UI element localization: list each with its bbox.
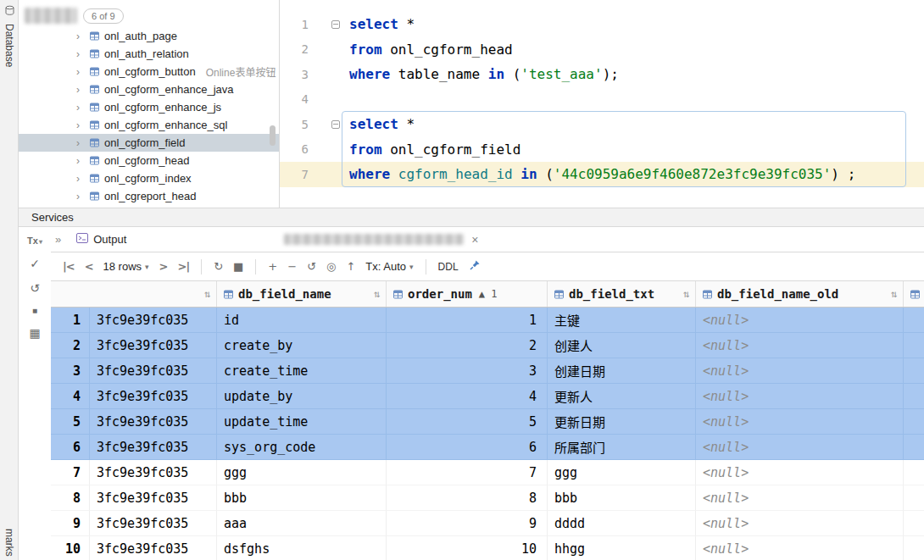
cell-row-number[interactable]: 8	[51, 485, 90, 511]
table-row[interactable]: 23fc9e39fc035create_by2创建人<null>	[51, 333, 924, 358]
table-row[interactable]: 13fc9e39fc035id1主键<null>	[51, 308, 924, 333]
rollback-icon[interactable]: ↺	[30, 281, 40, 295]
commit-icon[interactable]: ✓	[30, 257, 40, 270]
table-row[interactable]: 33fc9e39fc035create_time3创建日期<null>	[51, 358, 924, 384]
code-line[interactable]: from onl_cgform_head	[320, 42, 513, 58]
cell-head-id[interactable]: 3fc9e39fc035	[90, 333, 217, 358]
table-row[interactable]: 83fc9e39fc035bbb8bbb<null>	[51, 485, 924, 511]
chevron-right-icon[interactable]: ›	[76, 137, 85, 149]
table-row[interactable]: 73fc9e39fc035ggg7ggg<null>	[51, 460, 924, 485]
cell-db_field_txt[interactable]: 所属部门	[548, 435, 696, 460]
code-line[interactable]: select *	[320, 116, 415, 132]
cell-db_field_name[interactable]: sys_org_code	[217, 435, 387, 460]
fold-marker-icon[interactable]	[331, 20, 340, 29]
cell-row-number[interactable]: 5	[51, 409, 90, 435]
stop-icon[interactable]: ■	[32, 306, 37, 315]
cell-db_field_name_old[interactable]: <null>	[696, 511, 904, 536]
column-header-order_num[interactable]: order_num▲ 1	[387, 281, 548, 307]
ddl-button[interactable]: DDL	[438, 261, 459, 273]
cell-db_field_name[interactable]: create_by	[217, 333, 387, 358]
tree-item-onl_cgform_head[interactable]: ›onl_cgform_head	[19, 152, 279, 169]
cell-head-id[interactable]: 3fc9e39fc035	[90, 308, 217, 333]
tree-item-onl_cgform_button[interactable]: ›onl_cgform_buttonOnline表单按钮	[19, 63, 279, 80]
cell-order_num[interactable]: 7	[387, 460, 548, 485]
tree-item-onl_cgform_enhance_js[interactable]: ›onl_cgform_enhance_js	[19, 98, 279, 116]
first-page-icon[interactable]: |<	[63, 260, 75, 273]
tree-item-onl_auth_page[interactable]: ›onl_auth_page	[19, 27, 279, 45]
cell-order_num[interactable]: 5	[387, 409, 548, 435]
cell-db_field_name_old[interactable]: <null>	[696, 333, 904, 358]
cell-db_field_name[interactable]: bbb	[217, 485, 387, 511]
sort-icon[interactable]: ⇅	[204, 288, 210, 300]
reload-page-icon[interactable]: ↻	[214, 260, 223, 273]
tab-output[interactable]: Output	[68, 227, 135, 252]
cell-row-number[interactable]: 7	[51, 460, 90, 485]
fold-marker-icon[interactable]	[331, 120, 340, 129]
column-header[interactable]: ⇅	[51, 281, 217, 307]
cell-head-id[interactable]: 3fc9e39fc035	[90, 460, 217, 485]
chevron-right-icon[interactable]: ›	[76, 102, 85, 114]
cell-order_num[interactable]: 10	[387, 536, 548, 560]
cell-order_num[interactable]: 4	[387, 384, 548, 409]
cell-order_num[interactable]: 6	[387, 435, 548, 460]
tab-result-redacted[interactable]: ×	[276, 227, 487, 252]
chevron-right-icon[interactable]: ›	[76, 191, 85, 202]
cell-db_field_txt[interactable]: 更新人	[548, 384, 696, 409]
cell-db_field_txt[interactable]: dddd	[548, 511, 696, 536]
bookmarks-toolwindow-button[interactable]: marks	[3, 529, 15, 557]
table-row[interactable]: 63fc9e39fc035sys_org_code6所属部门<null>	[51, 435, 924, 460]
cell-head-id[interactable]: 3fc9e39fc035	[90, 409, 217, 435]
cell-db_field_name[interactable]: create_time	[217, 358, 387, 384]
tree-scrollbar[interactable]	[270, 125, 276, 146]
compare-icon[interactable]: ◎	[326, 260, 336, 273]
cell-db_field_txt[interactable]: ggg	[548, 460, 696, 485]
cell-order_num[interactable]: 2	[387, 333, 548, 358]
cell-db_field_name_old[interactable]: <null>	[696, 485, 904, 511]
cell-db_field_txt[interactable]: hhgg	[548, 536, 696, 560]
add-row-icon[interactable]: +	[268, 260, 277, 273]
tree-item-onl_cgform_enhance_java[interactable]: ›onl_cgform_enhance_java	[19, 80, 279, 98]
cell-head-id[interactable]: 3fc9e39fc035	[90, 358, 217, 384]
cell-head-id[interactable]: 3fc9e39fc035	[90, 536, 217, 560]
cell-head-id[interactable]: 3fc9e39fc035	[90, 485, 217, 511]
cell-db_field_txt[interactable]: 更新日期	[548, 409, 696, 435]
cell-order_num[interactable]: 1	[387, 308, 548, 333]
cell-row-number[interactable]: 9	[51, 511, 90, 536]
cell-db_field_name_old[interactable]: <null>	[696, 435, 904, 460]
close-tab-icon[interactable]: ×	[471, 233, 478, 247]
cell-db_field_name_old[interactable]: <null>	[696, 460, 904, 485]
code-line[interactable]: from onl_cgform_field	[320, 141, 520, 158]
cell-db_field_name_old[interactable]: <null>	[696, 536, 904, 560]
cell-order_num[interactable]: 9	[387, 511, 548, 536]
table-row[interactable]: 103fc9e39fc035dsfghs10hhgg<null>	[51, 536, 924, 560]
chevron-right-icon[interactable]: ›	[76, 48, 85, 60]
stop-query-icon[interactable]: ■	[233, 260, 243, 273]
cell-row-number[interactable]: 2	[51, 333, 90, 358]
chevron-right-icon[interactable]: ›	[76, 155, 85, 167]
previous-page-icon[interactable]: <	[85, 260, 93, 273]
cell-db_field_name_old[interactable]: <null>	[696, 409, 904, 435]
cell-db_field_name[interactable]: update_by	[217, 384, 387, 409]
submit-icon[interactable]: ↑	[346, 260, 355, 273]
cell-db_field_txt[interactable]: 创建日期	[548, 358, 696, 384]
cell-row-number[interactable]: 6	[51, 435, 90, 460]
column-header[interactable]	[904, 281, 924, 307]
cell-db_field_name[interactable]: ggg	[217, 460, 387, 485]
view-layout-icon[interactable]: ▦	[29, 326, 40, 340]
page-size-dropdown[interactable]: 18 rows▾	[103, 260, 149, 273]
column-header-db_field_txt[interactable]: db_field_txt⇅	[548, 281, 696, 307]
tx-mode-dropdown[interactable]: Tx: Auto▾	[365, 260, 413, 273]
cell-db_field_txt[interactable]: 主键	[548, 308, 696, 333]
cell-order_num[interactable]: 3	[387, 358, 548, 384]
table-row[interactable]: 93fc9e39fc035aaa9dddd<null>	[51, 511, 924, 536]
tree-item-onl_cgform_index[interactable]: ›onl_cgform_index	[19, 169, 279, 187]
cell-order_num[interactable]: 8	[387, 485, 548, 511]
code-line[interactable]: where table_name in ('test_aaa');	[320, 66, 619, 82]
column-header-db_field_name_old[interactable]: db_field_name_old⇅	[696, 281, 904, 307]
cell-db_field_txt[interactable]: 创建人	[548, 333, 696, 358]
chevron-right-icon[interactable]: ›	[76, 173, 85, 185]
table-row[interactable]: 53fc9e39fc035update_time5更新日期<null>	[51, 409, 924, 435]
sort-icon[interactable]: ⇅	[683, 288, 689, 300]
revert-changes-icon[interactable]: ↺	[307, 260, 316, 273]
cell-db_field_name_old[interactable]: <null>	[696, 358, 904, 384]
